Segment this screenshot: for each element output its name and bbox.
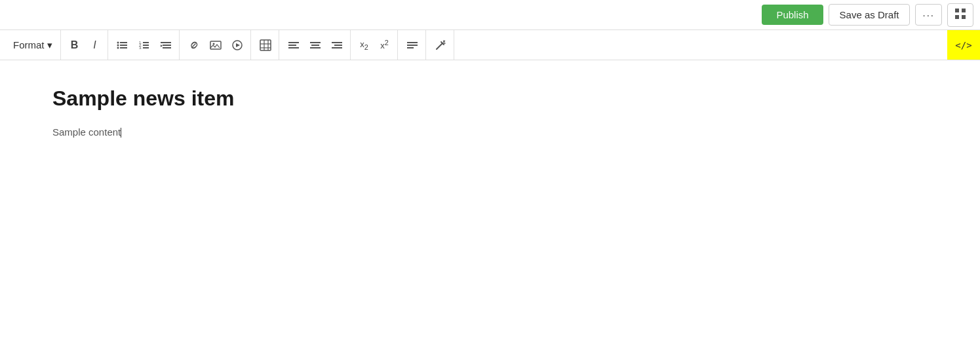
align-center-button[interactable] xyxy=(305,35,326,56)
bold-icon: B xyxy=(71,39,79,51)
document-content[interactable]: Sample content xyxy=(52,126,928,138)
save-draft-button[interactable]: Save as Draft xyxy=(829,4,911,26)
svg-rect-5 xyxy=(120,42,127,43)
bullet-list-icon xyxy=(117,39,128,51)
code-icon: </> xyxy=(955,40,971,50)
svg-rect-15 xyxy=(143,47,149,48)
svg-point-4 xyxy=(117,41,119,43)
image-icon xyxy=(210,39,222,51)
image-button[interactable] xyxy=(205,35,226,56)
format-label: Format xyxy=(13,39,45,50)
alignment-group xyxy=(281,30,351,60)
dropdown-arrow-icon: ▾ xyxy=(47,39,52,51)
svg-rect-18 xyxy=(163,47,171,48)
wand-icon xyxy=(435,39,446,51)
top-bar: Publish Save as Draft ··· xyxy=(0,0,980,30)
bold-button[interactable]: B xyxy=(65,35,85,56)
svg-rect-39 xyxy=(407,45,418,46)
align-left-icon xyxy=(288,39,300,51)
svg-rect-32 xyxy=(310,42,321,43)
link-icon xyxy=(188,39,200,51)
svg-rect-36 xyxy=(334,45,342,46)
svg-rect-38 xyxy=(407,42,418,43)
svg-point-21 xyxy=(212,43,214,45)
svg-point-6 xyxy=(117,44,119,46)
svg-rect-11 xyxy=(143,42,149,43)
svg-rect-37 xyxy=(332,47,342,48)
table-button[interactable] xyxy=(255,35,276,56)
subscript-icon: x2 xyxy=(360,39,368,51)
text-style-group: B I xyxy=(62,30,108,60)
italic-icon: I xyxy=(93,39,96,51)
align-right-button[interactable] xyxy=(326,35,347,56)
svg-rect-2 xyxy=(955,15,959,19)
format-dropdown[interactable]: Format ▾ xyxy=(8,35,58,56)
svg-text:3.: 3. xyxy=(139,46,142,50)
svg-rect-7 xyxy=(120,45,127,46)
align-left-button[interactable] xyxy=(283,35,304,56)
media-button[interactable] xyxy=(227,35,248,56)
svg-rect-31 xyxy=(288,47,299,48)
grid-icon xyxy=(954,8,966,20)
align-right-icon xyxy=(331,39,343,51)
svg-rect-3 xyxy=(962,15,966,19)
list-group: 1. 2. 3. xyxy=(109,30,180,60)
script-group: x2 x2 xyxy=(352,30,398,60)
editor-area: Sample news item Sample content xyxy=(0,60,980,359)
svg-marker-19 xyxy=(161,45,163,47)
subscript-button[interactable]: x2 xyxy=(355,35,374,56)
svg-rect-16 xyxy=(161,42,171,43)
bullet-list-button[interactable] xyxy=(112,35,133,56)
indent2-button[interactable] xyxy=(402,35,423,56)
svg-rect-17 xyxy=(163,45,171,46)
more-options-button[interactable]: ··· xyxy=(915,4,942,26)
superscript-button[interactable]: x2 xyxy=(375,35,395,56)
italic-button[interactable]: I xyxy=(85,35,105,56)
svg-rect-30 xyxy=(288,45,296,46)
indent2-group xyxy=(399,30,426,60)
wand-button[interactable] xyxy=(430,35,451,56)
svg-rect-13 xyxy=(143,45,149,46)
superscript-icon: x2 xyxy=(380,39,389,50)
svg-rect-35 xyxy=(332,42,342,43)
svg-rect-24 xyxy=(260,40,271,50)
publish-button[interactable]: Publish xyxy=(762,5,823,25)
align-center-icon xyxy=(309,39,321,51)
grid-view-button[interactable] xyxy=(947,3,973,27)
svg-rect-1 xyxy=(962,9,966,12)
indent2-icon xyxy=(406,39,418,51)
svg-rect-33 xyxy=(311,45,319,46)
svg-rect-9 xyxy=(120,47,127,48)
indent-button[interactable] xyxy=(155,35,176,56)
wand-group xyxy=(427,30,454,60)
svg-marker-23 xyxy=(236,43,240,47)
svg-line-45 xyxy=(444,41,445,42)
svg-rect-29 xyxy=(288,42,299,43)
document-title[interactable]: Sample news item xyxy=(52,86,928,111)
svg-rect-34 xyxy=(310,47,321,48)
ordered-list-button[interactable]: 1. 2. 3. xyxy=(134,35,155,56)
table-group xyxy=(252,30,279,60)
svg-rect-40 xyxy=(407,47,414,48)
indent-icon xyxy=(160,39,172,51)
svg-point-8 xyxy=(117,47,119,48)
table-icon xyxy=(260,39,271,51)
link-button[interactable] xyxy=(184,35,205,56)
insert-group xyxy=(181,30,251,60)
code-panel-button[interactable]: </> xyxy=(947,30,980,60)
svg-line-41 xyxy=(437,43,442,49)
svg-rect-0 xyxy=(955,9,959,12)
toolbar: Format ▾ B I 1. 2. xyxy=(0,30,980,60)
format-group: Format ▾ xyxy=(5,30,61,60)
ordered-list-icon: 1. 2. 3. xyxy=(138,39,150,51)
play-icon xyxy=(231,39,243,51)
